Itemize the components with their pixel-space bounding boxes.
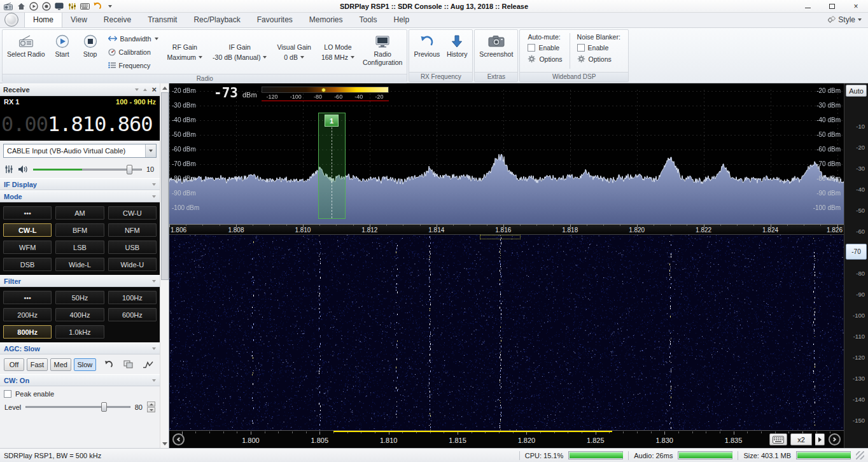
mode-button-wfm[interactable]: WFM [3, 241, 52, 254]
volume-slider[interactable] [33, 164, 142, 175]
app-menu-button[interactable] [4, 13, 18, 27]
filter-button-800hz[interactable]: 800Hz [3, 325, 52, 339]
screenshot-button[interactable]: Screenshot [477, 31, 515, 71]
scroll-down-icon[interactable] [160, 439, 169, 448]
mode-button-cw-l[interactable]: CW-L [3, 223, 52, 237]
radio-configuration-button[interactable]: RadioConfiguration [360, 31, 405, 73]
if-gain-dropdown[interactable]: IF Gain -30 dB (Manual) [208, 31, 271, 73]
mode-button-more[interactable]: ••• [3, 206, 52, 220]
agc-button-off[interactable]: Off [4, 358, 24, 371]
volume-slider-thumb[interactable] [127, 165, 132, 174]
qat-dropdown-icon[interactable] [104, 1, 116, 11]
tuning-indicator[interactable]: 1 [318, 113, 346, 219]
section-mode[interactable]: Mode [0, 190, 160, 202]
level-spinner[interactable] [147, 402, 155, 412]
tab-help[interactable]: Help [386, 13, 418, 27]
tab-memories[interactable]: Memories [301, 13, 351, 27]
tuning-indicator-number[interactable]: 1 [325, 115, 339, 127]
mode-button-wide-l[interactable]: Wide-L [55, 258, 104, 271]
agc-button-fast[interactable]: Fast [27, 358, 48, 371]
tab-home[interactable]: Home [24, 12, 62, 27]
screen-icon[interactable] [53, 1, 65, 11]
tab-receive[interactable]: Receive [95, 13, 139, 27]
section-if-display[interactable]: IF Display [0, 178, 160, 190]
select-radio-button[interactable]: Select Radio [4, 31, 48, 73]
zoom-button[interactable]: x2 [790, 433, 812, 445]
undo-icon[interactable] [92, 1, 103, 11]
zoom-next-button[interactable] [815, 433, 825, 445]
stop-button[interactable]: Stop [77, 31, 104, 73]
mode-button-lsb[interactable]: LSB [55, 241, 104, 254]
agc-button-med[interactable]: Med [50, 358, 71, 371]
keyboard-button[interactable] [769, 433, 787, 445]
home-icon[interactable] [15, 1, 27, 11]
tab-tools[interactable]: Tools [351, 13, 386, 27]
filter-button-200hz[interactable]: 200Hz [3, 308, 52, 321]
mode-button-dsb[interactable]: DSB [3, 258, 52, 271]
spinner-up-icon[interactable] [147, 402, 155, 407]
mode-button-usb[interactable]: USB [108, 241, 157, 254]
section-filter[interactable]: Filter [0, 275, 160, 287]
mixer-icon[interactable] [4, 165, 13, 174]
close-button[interactable]: × [844, 0, 868, 12]
rf-gain-dropdown[interactable]: RF Gain Maximum [163, 31, 207, 73]
calibration-button[interactable]: Calibration [106, 46, 160, 57]
filter-button-1-0khz[interactable]: 1.0kHz [55, 325, 104, 339]
mode-button-am[interactable]: AM [55, 206, 104, 220]
visual-gain-dropdown[interactable]: Visual Gain 0 dB [272, 31, 316, 73]
history-button[interactable]: History [444, 31, 470, 71]
tab-transmit[interactable]: Transmit [139, 13, 185, 27]
maximize-button[interactable] [820, 0, 844, 12]
auto-mute-enable-checkbox[interactable]: Enable [528, 44, 562, 52]
lo-mode-dropdown[interactable]: LO Mode 168 MHz [317, 31, 359, 73]
receive-panel-header[interactable]: Receive × [0, 83, 160, 96]
mode-button-nfm[interactable]: NFM [108, 223, 157, 237]
agc-undo-button[interactable] [101, 358, 116, 371]
start-button[interactable]: Start [49, 31, 76, 73]
filter-button-50hz[interactable]: 50Hz [55, 291, 104, 304]
tab-view[interactable]: View [62, 13, 95, 27]
noise-blanker-enable-checkbox[interactable]: Enable [577, 44, 620, 52]
panel-scrollbar[interactable] [160, 83, 169, 448]
tune-icon[interactable] [66, 1, 78, 11]
agc-button-slow[interactable]: Slow [74, 358, 96, 371]
peak-enable-checkbox[interactable]: Peak enable [0, 386, 160, 400]
mode-button-bfm[interactable]: BFM [55, 223, 104, 237]
minimize-button[interactable] [795, 0, 820, 12]
frequency-scale[interactable]: 1.8061.8081.8101.8121.8141.8161.8181.820… [169, 224, 844, 235]
play-circle-icon[interactable] [28, 1, 39, 11]
filter-button-more[interactable]: ••• [3, 291, 52, 304]
audio-device-select[interactable]: CABLE Input (VB-Audio Virtual Cable) [3, 144, 157, 158]
auto-mute-options-button[interactable]: Options [528, 55, 562, 63]
previous-button[interactable]: Previous [411, 31, 442, 71]
spinner-down-icon[interactable] [147, 407, 155, 412]
style-menu[interactable]: Style [822, 15, 868, 27]
frequency-display[interactable]: 0.001.810.860 [0, 108, 160, 141]
filter-button-600hz[interactable]: 600Hz [108, 308, 157, 321]
keyboard-icon[interactable] [79, 1, 90, 11]
scroll-up-icon[interactable] [160, 83, 169, 92]
filter-button-400hz[interactable]: 400Hz [55, 308, 104, 321]
panel-close-icon[interactable]: × [151, 85, 157, 94]
agc-graph-button[interactable] [141, 358, 156, 371]
section-cw[interactable]: CW: On [0, 374, 160, 386]
nav-left-button[interactable] [172, 433, 185, 445]
band-navigator[interactable]: 1.8001.8051.8101.8151.8201.8251.8301.835… [169, 430, 844, 448]
frequency-button[interactable]: Frequency [106, 60, 160, 71]
nav-right-button[interactable] [829, 433, 841, 445]
level-slider-thumb[interactable] [101, 402, 107, 412]
speaker-icon[interactable] [18, 165, 29, 174]
resize-grip[interactable] [856, 451, 864, 459]
spectrum-display[interactable]: -20 dBm-30 dBm-40 dBm-50 dBm-60 dBm-70 d… [169, 83, 844, 224]
chevron-up-icon[interactable] [143, 88, 147, 91]
waterfall-display[interactable] [169, 235, 844, 430]
agc-settings-button[interactable] [120, 358, 136, 371]
waterfall-db-scale[interactable]: -10-20-30-40-50-60-70-80-90-100-110-120-… [844, 83, 868, 448]
mode-button-wide-u[interactable]: Wide-U [108, 258, 157, 271]
filter-button-100hz[interactable]: 100Hz [108, 291, 157, 304]
tab-favourites[interactable]: Favourites [249, 13, 301, 27]
section-agc[interactable]: AGC: Slow [0, 342, 160, 354]
level-slider[interactable] [25, 402, 130, 412]
tab-rec-playback[interactable]: Rec/Playback [185, 13, 248, 27]
record-circle-icon[interactable] [41, 1, 52, 11]
